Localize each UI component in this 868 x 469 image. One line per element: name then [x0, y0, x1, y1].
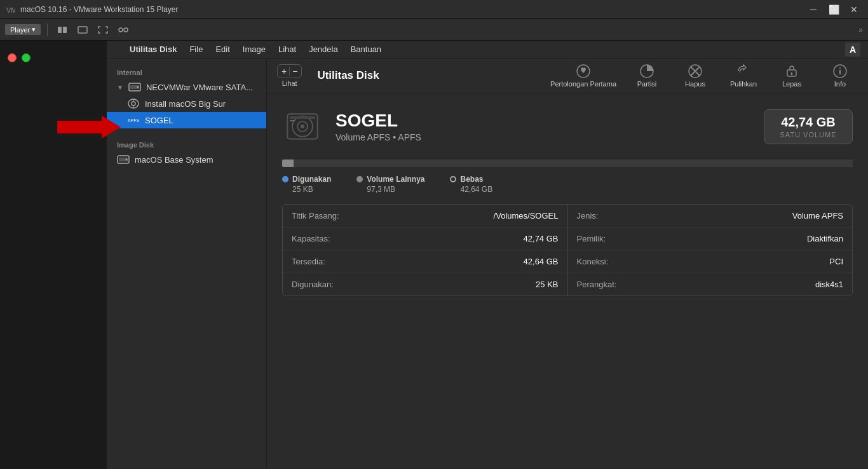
- svg-point-12: [132, 102, 135, 105]
- disk-subtitle: Volume APFS • APFS: [336, 132, 751, 142]
- info-val: Diaktifkan: [807, 234, 843, 243]
- disk-size-box: 42,74 GB SATU VOLUME: [764, 109, 853, 144]
- info-label: Info: [834, 80, 846, 88]
- unity-icon[interactable]: [115, 22, 132, 38]
- legend-used: Digunakan 25 KB: [282, 175, 331, 194]
- sidebar-item-install-macos[interactable]: Install macOS Big Sur: [107, 95, 266, 112]
- legend-dot-used: [282, 176, 288, 182]
- pbar-other: [282, 160, 294, 167]
- toolbar-separator: [47, 24, 48, 36]
- player-label: Player: [10, 26, 30, 34]
- vol-sep: [289, 67, 290, 76]
- close-button[interactable]: ✕: [845, 3, 863, 16]
- menu-jendela[interactable]: Jendela: [309, 44, 338, 54]
- menu-image[interactable]: Image: [243, 44, 266, 54]
- info-key: Digunakan:: [292, 280, 334, 289]
- partisi-icon: [639, 64, 654, 79]
- stretch-icon: »: [858, 25, 863, 34]
- legend-other: Volume Lainnya 97,3 MB: [356, 175, 424, 194]
- info-val: 42,74 GB: [524, 234, 559, 243]
- info-key: Jenis:: [577, 211, 599, 221]
- svg-point-19: [126, 159, 128, 161]
- partition-bar: [282, 160, 853, 167]
- legend-val-other: 97,3 MB: [356, 185, 424, 194]
- sidebar-item-macos-base[interactable]: macOS Base System: [107, 151, 266, 168]
- info-table: Titik Pasang:/Volumes/SOGELKapasitas:42,…: [282, 204, 853, 296]
- power-icon[interactable]: [54, 22, 71, 38]
- vmware-logo-icon: VM: [5, 4, 15, 15]
- svg-rect-34: [290, 120, 295, 121]
- player-menu-button[interactable]: Player ▾: [5, 24, 41, 35]
- partition-bar-container: Digunakan 25 KB Volume Lainnya 97,3 MB: [282, 160, 853, 204]
- pertolongan-button[interactable]: Pertolongan Pertama: [550, 64, 616, 88]
- svg-rect-33: [290, 116, 315, 119]
- minimize-button[interactable]: ─: [804, 3, 822, 16]
- svg-text:VM: VM: [6, 6, 15, 14]
- main-panel: + − Lihat Utilitas Disk: [267, 58, 868, 469]
- info-row: Pemilik:Diaktifkan: [568, 228, 853, 250]
- legend-val-free: 42,64 GB: [450, 185, 492, 194]
- disk-vol-icon: APFS: [127, 115, 140, 125]
- sidebar-label-sogel: SOGEL: [145, 116, 173, 125]
- svg-point-10: [137, 86, 139, 88]
- info-row: Titik Pasang:/Volumes/SOGEL: [283, 205, 567, 228]
- info-row: Tersedia:42,64 GB: [283, 250, 567, 273]
- info-row: Koneksi:PCI: [568, 250, 853, 273]
- info-val: disk4s1: [815, 280, 843, 289]
- hapus-button[interactable]: Hapus: [677, 64, 713, 88]
- legend-name-free: Bebas: [460, 175, 483, 184]
- pbar-free: [294, 160, 853, 167]
- vmware-toolbar: Player ▾ »: [0, 19, 868, 41]
- info-row: Perangkat:disk4s1: [568, 273, 853, 296]
- info-val: Volume APFS: [792, 211, 843, 221]
- partisi-button[interactable]: Partisi: [629, 64, 665, 88]
- lepas-button[interactable]: Lepas: [774, 64, 810, 88]
- sidebar-section-internal: Internal: [107, 64, 266, 79]
- menu-file[interactable]: File: [189, 44, 203, 54]
- fullscreen-icon[interactable]: [95, 22, 111, 38]
- win-titlebar: VM macOS 10.16 - VMware Workstation 15 P…: [0, 0, 868, 19]
- fit-guest-icon[interactable]: [74, 22, 91, 38]
- info-val: 42,64 GB: [524, 257, 559, 266]
- restore-button[interactable]: ⬜: [825, 3, 843, 16]
- disk-size-panel: 42,74 GB SATU VOLUME: [764, 109, 853, 144]
- macos-app: Utilitas Disk File Edit Image Lihat Jend…: [107, 41, 868, 469]
- volume-controls[interactable]: + −: [277, 64, 302, 78]
- info-key: Kapasitas:: [292, 234, 330, 243]
- sidebar-section-imagedisk: Image Disk: [107, 136, 266, 151]
- maximize-traffic-light[interactable]: [22, 53, 31, 62]
- menu-utilitas-disk[interactable]: Utilitas Disk: [130, 44, 177, 54]
- legend-name-other: Volume Lainnya: [367, 175, 424, 184]
- legend-name-used: Digunakan: [292, 175, 331, 184]
- pulihkan-button[interactable]: Pulihkan: [726, 64, 761, 88]
- info-val: /Volumes/SOGEL: [494, 211, 559, 221]
- info-key: Titik Pasang:: [292, 211, 339, 221]
- legend-dot-free: [450, 176, 456, 182]
- info-col-right: Jenis:Volume APFSPemilik:DiaktifkanKonek…: [568, 205, 853, 296]
- info-button[interactable]: Info: [822, 64, 858, 88]
- macos-content: Internal ▼ NECVMWar VMware SATA...: [107, 58, 868, 469]
- window-title: macOS 10.16 - VMware Workstation 15 Play…: [20, 5, 179, 14]
- legend-val-used: 25 KB: [282, 185, 331, 194]
- pertolongan-icon: [576, 64, 591, 79]
- info-col-left: Titik Pasang:/Volumes/SOGELKapasitas:42,…: [283, 205, 568, 296]
- info-icon: [832, 64, 848, 79]
- menu-lihat[interactable]: Lihat: [278, 44, 296, 54]
- player-arrow-icon: ▾: [32, 25, 36, 34]
- info-key: Perangkat:: [577, 280, 617, 289]
- main-area: Utilitas Disk File Edit Image Lihat Jend…: [0, 41, 868, 469]
- sidebar-item-sogel[interactable]: APFS SOGEL: [107, 112, 266, 128]
- info-val: 25 KB: [536, 280, 558, 289]
- disk-base-icon: [117, 154, 130, 165]
- sidebar-label-install-macos: Install macOS Big Sur: [145, 99, 226, 109]
- sidebar-item-necvmwar[interactable]: ▼ NECVMWar VMware SATA...: [107, 79, 266, 95]
- info-row: Kapasitas:42,74 GB: [283, 228, 567, 250]
- toolbar-action-group: Pertolongan Pertama Partisi: [550, 64, 858, 88]
- menu-bantuan[interactable]: Bantuan: [351, 44, 381, 54]
- menu-edit[interactable]: Edit: [215, 44, 229, 54]
- close-traffic-light[interactable]: [8, 53, 17, 62]
- sidebar: Internal ▼ NECVMWar VMware SATA...: [107, 58, 267, 469]
- view-label: Lihat: [282, 79, 297, 87]
- disk-size-value: 42,74 GB: [777, 115, 839, 130]
- add-volume-icon: +: [281, 66, 287, 76]
